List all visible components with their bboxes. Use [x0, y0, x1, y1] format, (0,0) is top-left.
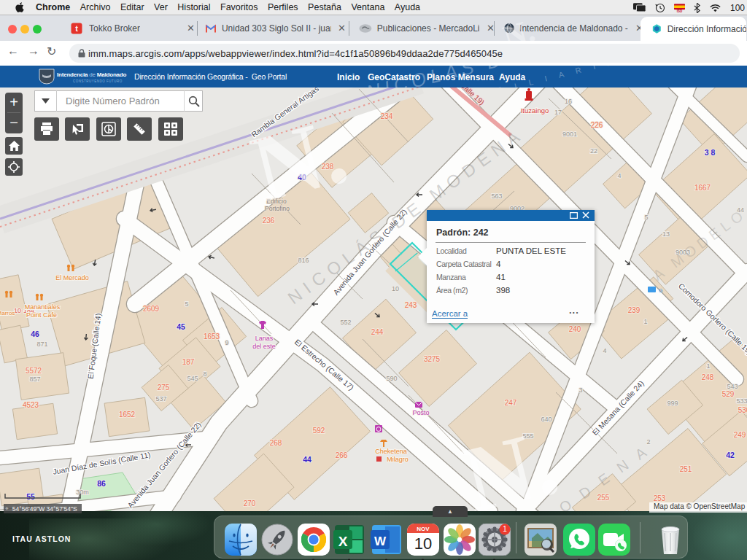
svg-text:8: 8 [203, 370, 206, 378]
svg-text:244: 244 [371, 328, 384, 336]
svg-text:4523: 4523 [23, 401, 39, 409]
svg-text:El Mercado: El Mercado [55, 274, 89, 281]
svg-text:248: 248 [702, 373, 714, 381]
svg-text:3 8: 3 8 [705, 148, 716, 157]
svg-text:1: 1 [706, 362, 710, 370]
svg-text:530: 530 [738, 406, 747, 414]
svg-text:857: 857 [29, 376, 40, 383]
svg-text:226: 226 [591, 121, 603, 129]
svg-text:533: 533 [736, 397, 747, 405]
svg-text:247: 247 [505, 399, 517, 407]
svg-text:22: 22 [590, 147, 597, 155]
svg-text:Lanas: Lanas [255, 335, 274, 342]
svg-text:Marros: Marros [0, 310, 15, 316]
svg-text:86: 86 [97, 479, 106, 488]
svg-text:1652: 1652 [119, 411, 136, 419]
svg-text:275: 275 [158, 384, 170, 392]
svg-text:187: 187 [182, 358, 195, 366]
svg-text:816: 816 [298, 257, 309, 264]
svg-text:563: 563 [491, 192, 502, 200]
svg-text:543: 543 [727, 383, 738, 390]
svg-text:46: 46 [31, 330, 39, 338]
svg-text:45: 45 [177, 322, 185, 331]
svg-text:268: 268 [270, 439, 282, 447]
svg-text:t: t [75, 24, 78, 33]
svg-text:4: 4 [603, 347, 606, 354]
svg-text:592: 592 [313, 427, 325, 435]
svg-text:44: 44 [303, 455, 311, 464]
svg-text:ISO: ISO [677, 9, 683, 12]
svg-text:240: 240 [569, 325, 581, 333]
svg-text:2609: 2609 [143, 305, 160, 313]
svg-text:537: 537 [155, 395, 166, 402]
svg-text:3: 3 [578, 386, 582, 394]
svg-text:del este: del este [252, 343, 276, 350]
svg-text:G: G [659, 288, 662, 293]
svg-text:55: 55 [26, 492, 35, 501]
svg-text:999: 999 [667, 400, 678, 407]
svg-text:552: 552 [340, 319, 351, 326]
svg-text:Ituzaingo: Ituzaingo [521, 106, 549, 114]
svg-text:1: 1 [643, 318, 647, 325]
svg-text:243: 243 [405, 301, 417, 309]
svg-text:16: 16 [565, 98, 572, 105]
svg-text:270: 270 [244, 499, 256, 508]
svg-text:5: 5 [185, 300, 188, 308]
svg-text:9: 9 [225, 339, 228, 346]
svg-text:255: 255 [597, 494, 610, 502]
svg-text:W: W [374, 534, 387, 548]
svg-text:42: 42 [726, 451, 735, 459]
svg-text:590: 590 [386, 375, 397, 382]
svg-text:249: 249 [734, 431, 746, 439]
svg-text:3275: 3275 [424, 355, 441, 363]
svg-text:545: 545 [187, 375, 198, 382]
svg-text:871: 871 [36, 341, 47, 348]
svg-text:NOV: NOV [417, 526, 430, 532]
svg-text:X: X [338, 534, 348, 549]
svg-text:10: 10 [414, 534, 432, 553]
svg-text:266: 266 [336, 451, 348, 459]
svg-text:234: 234 [381, 112, 393, 120]
svg-text:10: 10 [392, 285, 399, 292]
svg-text:Posto: Posto [412, 409, 429, 416]
svg-text:Manantiales: Manantiales [25, 303, 61, 311]
svg-text:253: 253 [654, 494, 666, 502]
svg-text:Cheketena: Cheketena [375, 448, 407, 455]
svg-text:239: 239 [628, 306, 640, 314]
svg-text:13: 13 [662, 230, 670, 238]
svg-text:30m: 30m [76, 489, 89, 496]
svg-text:Point Cafe: Point Cafe [26, 311, 57, 319]
svg-text:5: 5 [644, 214, 648, 221]
svg-text:1653: 1653 [204, 332, 220, 341]
svg-text:251: 251 [680, 465, 692, 473]
svg-text:529: 529 [722, 390, 735, 398]
svg-text:9001: 9001 [562, 131, 577, 138]
svg-text:5572: 5572 [26, 367, 42, 375]
svg-text:4: 4 [617, 172, 621, 179]
svg-text:1: 1 [503, 525, 507, 533]
svg-text:1667: 1667 [694, 184, 711, 192]
svg-text:2: 2 [646, 438, 650, 446]
svg-text:Milagro: Milagro [387, 456, 409, 463]
svg-text:17: 17 [554, 109, 562, 116]
